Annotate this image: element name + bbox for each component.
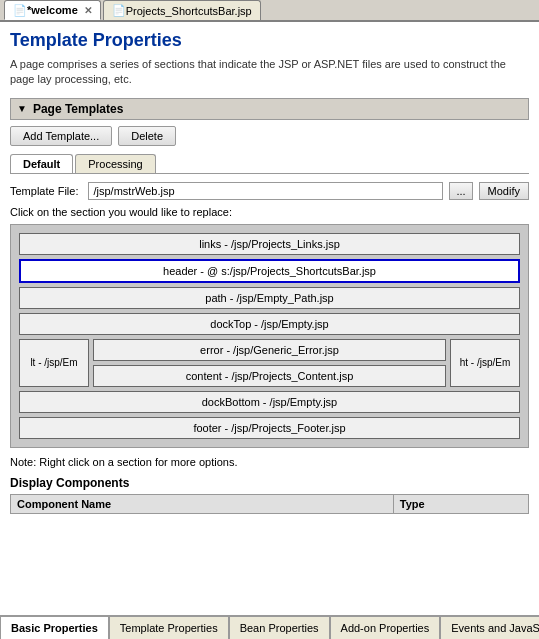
middle-row: lt - /jsp/Em error - /jsp/Generic_Error.… [19,339,520,387]
tab-bean-properties[interactable]: Bean Properties [229,616,330,639]
modify-button[interactable]: Modify [479,182,529,200]
page-title: Template Properties [10,30,529,51]
section-arrow-icon: ▼ [17,103,27,114]
delete-button[interactable]: Delete [118,126,176,146]
top-tab-bar: 📄 *welcome ✕ 📄 Projects_ShortcutsBar.jsp [0,0,539,22]
file-icon: 📄 [13,4,27,17]
tab-add-on-properties[interactable]: Add-on Properties [330,616,441,639]
tab-template-properties-label: Template Properties [120,622,218,634]
display-components-label: Display Components [10,476,529,490]
components-table: Component Name Type [10,494,529,514]
close-welcome-tab[interactable]: ✕ [84,5,92,16]
section-diagram: links - /jsp/Projects_Links.jsp header -… [10,224,529,448]
page-desc: A page comprises a series of sections th… [10,57,529,88]
content-section[interactable]: content - /jsp/Projects_Content.jsp [93,365,446,387]
tab-events-javascript[interactable]: Events and JavaScript [440,616,539,639]
tab-default-label: Default [23,158,60,170]
middle-col: error - /jsp/Generic_Error.jsp content -… [93,339,446,387]
add-template-button[interactable]: Add Template... [10,126,112,146]
error-section[interactable]: error - /jsp/Generic_Error.jsp [93,339,446,361]
dock-top-section[interactable]: dockTop - /jsp/Empty.jsp [19,313,520,335]
path-section[interactable]: path - /jsp/Empty_Path.jsp [19,287,520,309]
links-section[interactable]: links - /jsp/Projects_Links.jsp [19,233,520,255]
file-icon2: 📄 [112,4,126,17]
tab-processing[interactable]: Processing [75,154,155,173]
col-type: Type [393,494,528,513]
page-templates-section-header[interactable]: ▼ Page Templates [10,98,529,120]
note-text: Note: Right click on a section for more … [10,456,529,468]
template-file-row: Template File: ... Modify [10,182,529,200]
tab-basic-properties[interactable]: Basic Properties [0,616,109,639]
footer-section[interactable]: footer - /jsp/Projects_Footer.jsp [19,417,520,439]
tab-basic-properties-label: Basic Properties [11,622,98,634]
tab-events-javascript-label: Events and JavaScript [451,622,539,634]
tab-welcome-label: *welcome [27,4,78,16]
main-content: Template Properties A page comprises a s… [0,22,539,615]
button-row: Add Template... Delete [10,126,529,146]
tab-add-on-properties-label: Add-on Properties [341,622,430,634]
tab-bean-properties-label: Bean Properties [240,622,319,634]
tab-projects-shortcuts-label: Projects_ShortcutsBar.jsp [126,5,252,17]
dock-bottom-section[interactable]: dockBottom - /jsp/Empty.jsp [19,391,520,413]
inner-tab-bar: Default Processing [10,154,529,174]
tab-template-properties[interactable]: Template Properties [109,616,229,639]
template-file-label: Template File: [10,185,78,197]
section-header-label: Page Templates [33,102,123,116]
right-section[interactable]: ht - /jsp/Em [450,339,520,387]
template-file-input[interactable] [88,182,443,200]
left-section[interactable]: lt - /jsp/Em [19,339,89,387]
tab-welcome[interactable]: 📄 *welcome ✕ [4,0,101,20]
click-instruction: Click on the section you would like to r… [10,206,529,218]
header-section[interactable]: header - @ s:/jsp/Projects_ShortcutsBar.… [19,259,520,283]
bottom-tab-bar: Basic Properties Template Properties Bea… [0,615,539,639]
browse-button[interactable]: ... [449,182,472,200]
tab-default[interactable]: Default [10,154,73,173]
col-component-name: Component Name [11,494,394,513]
tab-projects-shortcuts[interactable]: 📄 Projects_ShortcutsBar.jsp [103,0,261,20]
tab-processing-label: Processing [88,158,142,170]
